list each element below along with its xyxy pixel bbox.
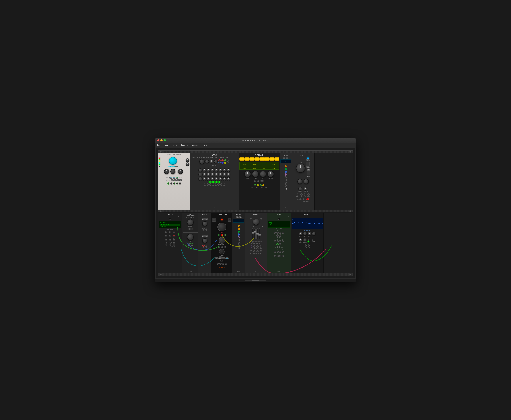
soft-btn[interactable]: SOFT xyxy=(307,176,310,178)
seq-r3-k2[interactable] xyxy=(203,177,206,181)
frequency-knob[interactable] xyxy=(169,157,177,165)
fine-knob[interactable] xyxy=(297,179,302,184)
fm-btn2[interactable]: FM xyxy=(176,177,178,179)
menu-help[interactable]: Help xyxy=(202,144,207,146)
seq-r3-k1[interactable] xyxy=(198,177,202,181)
seq-r3-k4[interactable] xyxy=(210,177,214,181)
seq-r2-k5[interactable] xyxy=(215,173,218,176)
seq-r1-k7[interactable] xyxy=(223,168,226,172)
lin-btn[interactable]: LIN xyxy=(205,218,208,220)
fader-3[interactable] xyxy=(256,228,258,240)
menu-library[interactable]: Library xyxy=(191,144,199,146)
seq-r2-k1[interactable] xyxy=(198,173,202,176)
fmcv-knob[interactable] xyxy=(299,187,302,191)
seq-r2-k7[interactable] xyxy=(223,173,226,176)
ypos-knob[interactable] xyxy=(303,238,307,242)
scalar-btn-6[interactable]: 6 xyxy=(264,157,269,161)
seq-r3-k5[interactable] xyxy=(215,177,218,181)
seq-r3-k7[interactable] xyxy=(223,177,226,181)
menu-edit[interactable]: Edit xyxy=(164,144,169,146)
scalar-btn-3[interactable]: 3 xyxy=(249,157,254,161)
pwmcv-knob[interactable] xyxy=(304,187,307,191)
knob-right-2[interactable] xyxy=(186,162,189,166)
seq-r3-k6[interactable] xyxy=(218,177,222,181)
split-poly-btn[interactable]: POLY xyxy=(236,216,239,218)
seq-r2-k2[interactable] xyxy=(203,173,206,176)
attn-knob-1[interactable] xyxy=(187,219,194,225)
24db-btn[interactable]: 24 dB xyxy=(225,257,229,259)
fullscreen-button[interactable] xyxy=(164,139,166,142)
scalar-btn-1[interactable]: 1 xyxy=(240,157,244,161)
scrollbar-thumb[interactable] xyxy=(252,280,259,281)
poly-btn[interactable]: POLY xyxy=(283,157,286,159)
fader-4[interactable] xyxy=(259,228,260,240)
seq-r2-k3[interactable] xyxy=(207,173,210,176)
seq-r1-k4[interactable] xyxy=(210,168,214,172)
steps-knob[interactable] xyxy=(214,160,218,163)
fader-2[interactable] xyxy=(254,228,256,240)
scalar-btn-4[interactable]: 4 xyxy=(254,157,259,161)
6db-btn[interactable]: 6 dB xyxy=(215,257,218,259)
split-chan-btn[interactable]: CHAN xyxy=(239,216,241,218)
seq-r1-k3[interactable] xyxy=(207,168,210,172)
freeze-btn[interactable]: FREEZE xyxy=(169,177,172,179)
fm-button[interactable]: FM xyxy=(175,165,178,167)
vca-level-knob[interactable] xyxy=(202,221,207,226)
seq-r2-k4[interactable] xyxy=(210,173,214,176)
menu-file[interactable]: File xyxy=(157,144,161,146)
chan-btn[interactable]: CHAN xyxy=(286,157,288,159)
smoothness-knob[interactable] xyxy=(178,169,183,174)
high-btn[interactable]: HIGH xyxy=(171,180,173,181)
scalar-btn-2[interactable]: 2 xyxy=(244,157,249,161)
12db-btn[interactable]: 12 dB xyxy=(218,257,222,259)
run-knob[interactable] xyxy=(205,160,209,163)
uni-btn[interactable]: UNI xyxy=(176,180,179,181)
yscl-knob[interactable] xyxy=(303,232,307,236)
reset-knob[interactable] xyxy=(210,160,213,163)
exp-btn[interactable]: EXP xyxy=(202,218,205,220)
18db-btn[interactable]: 18 dB xyxy=(222,257,225,259)
exp-btn2[interactable]: EXP xyxy=(202,235,205,237)
bi-btn[interactable]: BI xyxy=(179,180,182,181)
scalar-btn-5[interactable]: 5 xyxy=(259,157,264,161)
depth-knob[interactable] xyxy=(244,171,251,177)
drive-knob[interactable] xyxy=(219,249,225,255)
minimize-button[interactable] xyxy=(160,139,163,142)
seq-r1-k8[interactable] xyxy=(227,168,230,172)
menu-view[interactable]: View xyxy=(172,144,178,146)
seq-r3-k3[interactable] xyxy=(207,177,210,181)
trig-knob[interactable] xyxy=(312,232,316,236)
warp-knob[interactable] xyxy=(260,171,266,177)
hard-btn[interactable]: HARD xyxy=(307,169,310,171)
pwidth-knob[interactable] xyxy=(304,179,309,184)
xscl-knob[interactable] xyxy=(299,232,302,236)
low-btn[interactable]: LOW xyxy=(173,180,176,181)
seq-r1-k1[interactable] xyxy=(198,168,202,172)
scalar-btn-7[interactable]: 7 xyxy=(269,157,274,161)
shape-knob[interactable] xyxy=(164,169,169,174)
knob-right-1[interactable] xyxy=(186,158,189,162)
time-knob[interactable] xyxy=(308,232,311,236)
frequency-button[interactable]: FREQUENCY xyxy=(168,166,175,167)
seq-r1-k5[interactable] xyxy=(215,168,218,172)
fader-1[interactable] xyxy=(252,228,254,240)
track-knob[interactable] xyxy=(252,171,259,177)
voct-btn[interactable]: V/OCT xyxy=(173,177,175,179)
freq-knob[interactable] xyxy=(296,164,305,173)
digi-btn[interactable]: DIGI xyxy=(306,166,310,168)
seq-r2-k8[interactable] xyxy=(227,173,230,176)
lin-btn2[interactable]: LIN xyxy=(205,235,208,237)
seq-r3-k8[interactable] xyxy=(227,177,230,181)
seq-r1-k6[interactable] xyxy=(218,168,222,172)
scalar-btn-8[interactable]: 8 xyxy=(274,157,279,161)
vca-level-knob2[interactable] xyxy=(202,238,207,243)
xpos-knob[interactable] xyxy=(299,238,302,242)
mix-level-knob[interactable] xyxy=(253,219,259,225)
offset-knob[interactable] xyxy=(267,171,274,177)
menu-engine[interactable]: Engine xyxy=(180,144,188,146)
seq-r2-k6[interactable] xyxy=(218,173,222,176)
attn-knob-2[interactable] xyxy=(187,234,194,240)
clock-knob[interactable] xyxy=(199,159,204,164)
anlg-btn[interactable]: ANLG xyxy=(306,159,310,161)
seq-r1-k2[interactable] xyxy=(203,168,206,172)
